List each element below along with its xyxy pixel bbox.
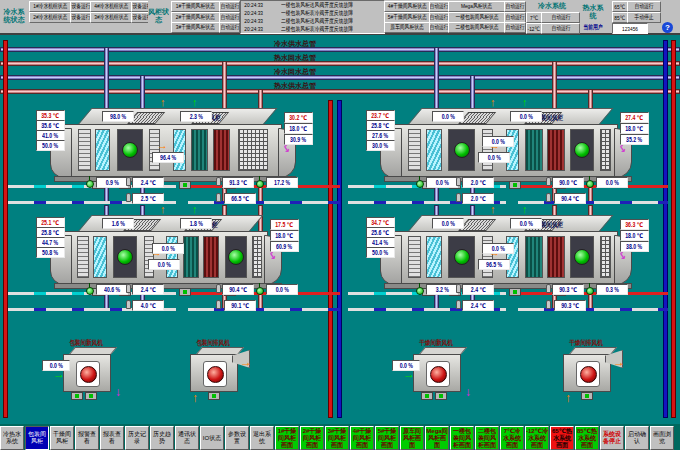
ahu-section-filter (93, 236, 107, 278)
toolbar-button-21[interactable]: 7℃冷水系统画面 (500, 426, 524, 450)
ahu-run-button[interactable]: 自动运行 (429, 22, 449, 33)
ahu-top-value: 0.0 % (432, 111, 464, 122)
toolbar-button-12[interactable]: 1#干燥间风柜画面 (275, 426, 299, 450)
temp-sensor-icon (126, 177, 131, 186)
chiller-run-button[interactable]: 设备运行 (70, 12, 91, 23)
toolbar-button-6[interactable]: 历史记录 (125, 426, 149, 450)
fan-status-name: 2#干燥间风柜状态 (171, 12, 220, 23)
ahu-section-grid (600, 236, 611, 278)
toolbar-button-4[interactable]: 报警查看 (75, 426, 99, 450)
ahu-run-button[interactable]: 自动运行 (504, 22, 526, 33)
toolbar-button-7[interactable]: 历史趋势 (150, 426, 174, 450)
ahu-left-value: 50.8 % (36, 247, 65, 258)
toolbar-button-23[interactable]: 65℃热水系统画面 (550, 426, 574, 450)
help-button[interactable]: ? (662, 22, 673, 33)
fan-running-indicator (228, 249, 244, 265)
temp-sensor-icon (546, 300, 551, 309)
chiller-status-name: 4#冷水机组状态 (90, 1, 132, 12)
toolbar-button-19[interactable]: 一楼包装间风柜画面 (450, 426, 474, 450)
fan-slot (426, 361, 450, 387)
ahu-body[interactable]: ↩ (64, 124, 282, 178)
ahu-right-value: 60.9 % (270, 241, 299, 252)
toolbar-button-15[interactable]: 4#干燥间风柜画面 (350, 426, 374, 450)
hot-run-button[interactable]: 手动停止 (627, 12, 661, 23)
toolbar-button-14[interactable]: 3#干燥间风柜画面 (325, 426, 349, 450)
toolbar-button-26[interactable]: 启动确认 (625, 426, 649, 450)
fan-unit-label: 干燥间新风机 (401, 338, 471, 346)
ahu-run-button[interactable]: 自动运行 (504, 12, 526, 23)
airflow-arrow-icon: → (157, 140, 168, 151)
ahu-body[interactable]: ↩ (64, 231, 268, 285)
temp-sensor-icon (546, 177, 551, 186)
toolbar-button-25[interactable]: 系统设备停止 (600, 426, 624, 450)
fan-running-indicator (80, 366, 97, 383)
toolbar-button-16[interactable]: 5#干燥间风柜画面 (375, 426, 399, 450)
toolbar-button-9[interactable]: IO状态 (200, 426, 224, 450)
cold-run-button[interactable]: 自动运行 (541, 23, 580, 34)
ahu-right-value: 17.5 ℃ (270, 219, 299, 230)
damper-actuator-icon (435, 392, 447, 400)
cold-setpoint[interactable]: 7℃ (526, 12, 542, 23)
toolbar-button-27[interactable]: 画面浏览 (650, 426, 674, 450)
chw-value: 2.4 ℃ (132, 177, 164, 188)
ahu-body[interactable]: ↩ (394, 231, 618, 285)
chw-value: 0.0 % (426, 177, 458, 188)
hw-value: 90.1 ℃ (224, 300, 256, 311)
damper-actuator-icon (581, 392, 593, 400)
chw-value: 3.2 % (426, 284, 458, 295)
hw-value: 0.3 % (596, 284, 628, 295)
chw-value: 0.9 % (96, 177, 128, 188)
hot-setpoint[interactable]: 65℃ (612, 1, 628, 12)
fan-running-indicator (454, 142, 470, 158)
toolbar-button-22[interactable]: -12℃冷水系统画面 (525, 426, 549, 450)
top-status-bar: 冷水系统状态 1#冷水机组状态设备运行4#冷水机组状态设备运行2#冷水机组状态设… (0, 0, 680, 35)
riser-pipe (671, 40, 676, 418)
toolbar-button-18[interactable]: Mega间风柜画面 (425, 426, 449, 450)
temp-sensor-icon (126, 193, 131, 202)
chiller-run-button[interactable]: 设备运行 (70, 1, 91, 12)
toolbar-button-5[interactable]: 报表查看 (100, 426, 124, 450)
pipe-label: 热水回水总管 (230, 53, 360, 61)
alarm-row[interactable]: 20:24:33二楼包装风柜表冷阀开度反馈故障 (242, 25, 382, 33)
ahu-left-value: 30.0 % (366, 140, 395, 151)
pipe-label: 冷水供水总管 (230, 39, 360, 47)
toolbar-button-2[interactable]: 包装间风柜 (25, 426, 49, 450)
ahu-section-filter (95, 129, 110, 171)
ahu-left-value: 50.0 % (366, 247, 395, 258)
current-user-value[interactable]: 123456 (612, 23, 648, 34)
cold-setpoint[interactable]: -12℃ (526, 23, 542, 34)
ahu-run-button[interactable]: 自动运行 (429, 12, 449, 23)
toolbar-button-17[interactable]: 原车间风柜画面 (400, 426, 424, 450)
fan-run-button[interactable]: 自动运行 (219, 1, 240, 12)
ahu-status-name: 一楼包装间风柜状态 (448, 12, 505, 23)
toolbar-button-10[interactable]: 参数设置 (225, 426, 249, 450)
toolbar-button-8[interactable]: 通讯状态 (175, 426, 199, 450)
fan-run-button[interactable]: 自动运行 (219, 22, 240, 33)
toolbar-button-3[interactable]: 干燥间风柜 (50, 426, 74, 450)
ahu-section-filter (426, 236, 442, 278)
hot-setpoint[interactable]: 85℃ (612, 12, 628, 23)
hot-run-button[interactable]: 自动运行 (627, 1, 661, 12)
cold-run-button[interactable]: 自动运行 (541, 12, 580, 23)
toolbar-button-24[interactable]: 85℃热水系统画面 (575, 426, 599, 450)
fan-run-button[interactable]: 自动运行 (219, 12, 240, 23)
toolbar-button-11[interactable]: 退出系统 (250, 426, 274, 450)
main-pipe-1 (0, 47, 680, 52)
toolbar-button-20[interactable]: 二楼包装间风柜画面 (475, 426, 499, 450)
supply-fan-icon (113, 236, 137, 278)
bottom-toolbar: 冷热水系统包装间风柜干燥间风柜报警查看报表查看历史记录历史趋势通讯状态IO状态参… (0, 424, 680, 450)
alarm-time: 20:24:33 (242, 2, 272, 8)
ahu-top-value: 1.6 % (102, 218, 134, 229)
chw-value: 2.0 ℃ (462, 177, 494, 188)
ahu-mid-value: 96.5 % (478, 259, 510, 270)
toolbar-button-13[interactable]: 2#干燥间风柜画面 (300, 426, 324, 450)
ahu-right-value: 27.4 ℃ (620, 112, 649, 123)
fan-slot (576, 361, 600, 387)
ahu-body[interactable]: ↩ (394, 124, 618, 178)
toolbar-button-1[interactable]: 冷热水系统 (0, 426, 24, 450)
alarm-time: 20:24:33 (242, 26, 272, 32)
ahu-run-button[interactable]: 自动运行 (504, 1, 526, 12)
ahu-run-button[interactable]: 自动运行 (429, 1, 449, 12)
fan-slot (203, 361, 227, 387)
ahu-top-value: 98.0 % (102, 111, 134, 122)
